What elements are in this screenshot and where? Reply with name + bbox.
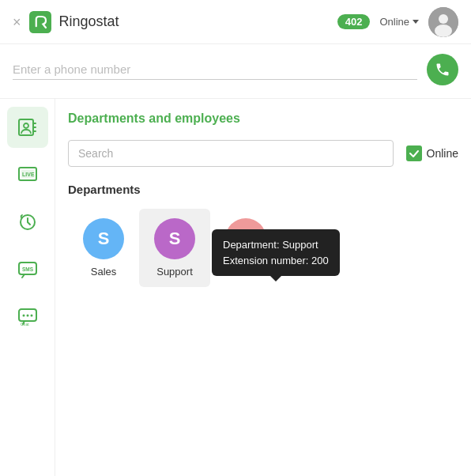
departments-title: Departments [68, 183, 458, 196]
online-status-dropdown[interactable]: Online [379, 16, 419, 28]
brand-name: Ringostat [59, 13, 119, 30]
sidebar-item-contacts[interactable] [7, 107, 48, 148]
live-icon: LIVE [17, 164, 39, 186]
main-area: LIVE SMS Chat [0, 99, 471, 476]
extension-number: 402 [345, 16, 363, 28]
online-label: Online [379, 16, 409, 28]
checkbox-icon [406, 145, 422, 161]
history-icon [17, 211, 39, 233]
department-item[interactable]: SSales [68, 209, 139, 287]
avatar[interactable] [428, 7, 458, 37]
svg-rect-6 [33, 123, 36, 124]
sidebar-item-chat[interactable]: Chat [7, 297, 48, 338]
checkmark-icon [409, 148, 420, 159]
header: × Ringostat 402 Online [0, 0, 471, 44]
call-button[interactable] [427, 54, 458, 85]
online-toggle-label: Online [427, 147, 458, 160]
chat-icon: Chat [17, 306, 39, 328]
svg-point-3 [435, 25, 452, 37]
sidebar-item-live[interactable]: LIVE [7, 154, 48, 195]
phone-input-row [0, 44, 471, 99]
svg-point-18 [30, 315, 32, 317]
header-right: 402 Online [337, 7, 458, 37]
header-left: × Ringostat [13, 11, 119, 33]
sidebar: LIVE SMS Chat [0, 99, 55, 476]
departments-row: SSalesSSupportSSuccess [68, 209, 458, 287]
svg-rect-0 [29, 11, 51, 33]
search-input-wrap [68, 140, 394, 167]
svg-point-5 [24, 123, 28, 128]
svg-text:LIVE: LIVE [22, 172, 35, 177]
dropdown-caret-icon [413, 20, 419, 24]
sidebar-item-sms[interactable]: SMS [7, 249, 48, 290]
svg-point-17 [26, 315, 28, 317]
contacts-icon [17, 116, 39, 138]
search-row: Online [68, 140, 458, 167]
search-input[interactable] [68, 140, 394, 167]
svg-point-2 [439, 14, 448, 24]
department-avatar: S [83, 218, 124, 259]
svg-text:SMS: SMS [22, 266, 34, 272]
department-item[interactable]: SSuccess [210, 209, 281, 287]
department-name: Sales [91, 266, 117, 278]
content-area: Departments and employees Online Departm… [55, 99, 471, 476]
svg-text:Chat: Chat [21, 322, 29, 327]
sidebar-item-history[interactable] [7, 202, 48, 243]
logo-icon [29, 11, 51, 33]
department-avatar: S [154, 218, 195, 259]
avatar-image [428, 7, 458, 37]
department-item[interactable]: SSupport [139, 209, 210, 287]
phone-icon [435, 62, 450, 77]
department-name: Support [156, 266, 193, 278]
section-title: Departments and employees [68, 111, 458, 126]
svg-point-16 [22, 315, 24, 317]
svg-rect-8 [33, 130, 36, 132]
online-toggle[interactable]: Online [406, 145, 458, 161]
close-button[interactable]: × [13, 15, 21, 29]
sms-icon: SMS [17, 259, 39, 281]
svg-rect-7 [33, 127, 36, 128]
department-name: Success [226, 266, 265, 278]
department-avatar: S [225, 218, 266, 259]
extension-badge: 402 [337, 14, 371, 29]
phone-input[interactable] [13, 59, 417, 80]
